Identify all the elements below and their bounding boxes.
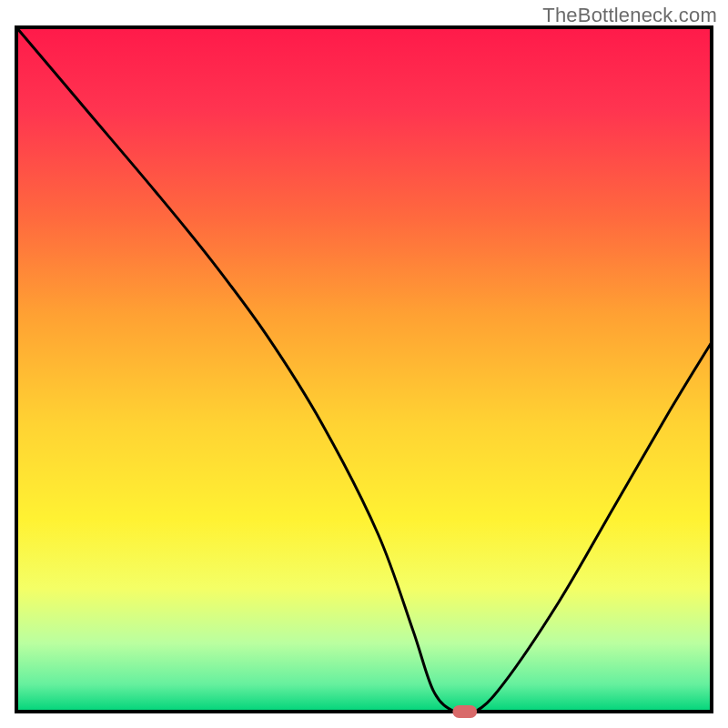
chart-container: TheBottleneck.com [0,0,728,728]
watermark-text: TheBottleneck.com [542,4,717,27]
optimal-marker [452,705,477,718]
bottleneck-chart [0,0,728,728]
gradient-background [16,27,712,712]
